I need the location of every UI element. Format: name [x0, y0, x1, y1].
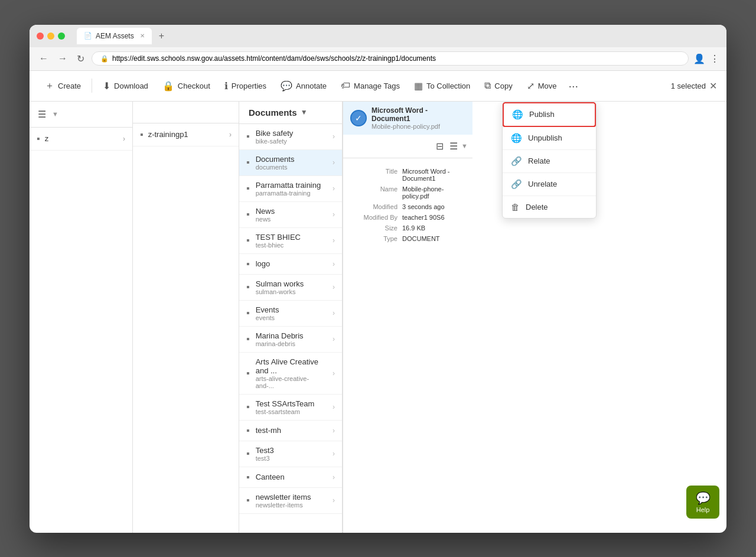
folder-arrow-icon: ›	[333, 184, 335, 193]
folder-item[interactable]: ▪ Arts Alive Creative and ... arts-alive…	[239, 353, 342, 395]
folder-name: test-mh	[256, 426, 327, 435]
checkout-button[interactable]: 🔒 Checkout	[157, 77, 216, 95]
menu-icon[interactable]: ⋮	[710, 53, 719, 64]
forward-button[interactable]: →	[56, 52, 70, 65]
folder-item-text: Canteen	[256, 473, 327, 481]
folder-arrow-icon: ›	[333, 236, 335, 245]
meta-label: Modified By	[350, 214, 397, 221]
tab-favicon-icon: 📄	[84, 32, 92, 40]
manage-tags-icon: 🏷	[341, 80, 350, 91]
to-collection-button[interactable]: ▦ To Collection	[408, 77, 476, 95]
folder-name: Test3	[256, 446, 327, 455]
panel-chevron-icon: ▼	[301, 108, 308, 116]
folder-item[interactable]: ▪ Bike safety bike-safety ›	[239, 124, 342, 150]
folder-item-text: Events events	[256, 305, 327, 321]
folder-item[interactable]: ▪ Marina Debris marina-debris ›	[239, 327, 342, 353]
address-bar[interactable]: 🔒 https://edit.sws.schools.nsw.gov.au/as…	[92, 51, 689, 66]
delete-icon: 🗑	[511, 202, 520, 212]
folder-item[interactable]: ▪ TEST BHIEC test-bhiec ›	[239, 228, 342, 254]
meta-label: Type	[350, 235, 397, 242]
folder-item[interactable]: ▪ newsletter items newsletter-items ›	[239, 488, 342, 514]
reload-button[interactable]: ↻	[74, 52, 87, 66]
folder-icon: ▪	[140, 129, 144, 140]
folder-slug: parramatta-training	[256, 190, 327, 197]
sidebar-toggle-button[interactable]: ☰	[35, 106, 48, 122]
folder-item[interactable]: ▪ Documents documents ›	[239, 150, 342, 176]
breadcrumb-item-ztp[interactable]: ▪ z-trainingp1 ›	[133, 123, 239, 146]
folder-name: Bike safety	[256, 129, 327, 138]
folder-item[interactable]: ▪ Events events ›	[239, 301, 342, 327]
folder-item[interactable]: ▪ Canteen ›	[239, 467, 342, 488]
folder-item-text: News news	[256, 207, 327, 223]
account-icon[interactable]: 👤	[693, 53, 705, 64]
folder-arrow-icon: ›	[333, 426, 335, 435]
meta-value: Microsoft Word - Document1	[402, 168, 465, 182]
list-view-button[interactable]: ☰	[447, 138, 460, 154]
selected-badge: 1 selected ✕	[671, 80, 717, 92]
folder-item[interactable]: ▪ News news ›	[239, 202, 342, 228]
manage-tags-button[interactable]: 🏷 Manage Tags	[335, 77, 406, 95]
move-button[interactable]: ⤢ Move	[521, 77, 563, 95]
folder-item[interactable]: ▪ Test3 test3 ›	[239, 441, 342, 467]
folder-item[interactable]: ▪ Parramatta training parramatta-trainin…	[239, 176, 342, 202]
lock-icon: 🔒	[100, 55, 109, 63]
meta-label: Modified	[350, 203, 397, 210]
annotate-button[interactable]: 💬 Annotate	[275, 77, 333, 95]
folder-arrow-icon: ›	[333, 283, 335, 291]
properties-button[interactable]: ℹ Properties	[219, 77, 272, 95]
folder-slug: arts-alive-creative-and-...	[256, 375, 327, 389]
unrelate-menu-item[interactable]: 🔗 Unrelate	[503, 173, 596, 196]
folder-arrow-icon: ›	[333, 210, 335, 219]
folder-arrow-icon: ›	[333, 158, 335, 167]
help-button[interactable]: 💬 Help	[686, 486, 719, 519]
relate-menu-item[interactable]: 🔗 Relate	[503, 150, 596, 173]
unpublish-menu-item[interactable]: 🌐 Unpublish	[503, 127, 596, 150]
folder-item-text: test-mh	[256, 426, 327, 435]
copy-button[interactable]: ⧉ Copy	[478, 77, 518, 95]
properties-icon: ℹ	[224, 80, 228, 92]
new-tab-button[interactable]: +	[159, 31, 164, 41]
close-button[interactable]	[37, 32, 44, 40]
folder-slug: newsletter-items	[256, 501, 327, 509]
folder-item-text: Test SSArtsTeam test-ssartsteam	[256, 399, 327, 415]
browser-actions: 👤 ⋮	[693, 53, 719, 64]
folder-name: TEST BHIEC	[256, 233, 327, 242]
folder-item[interactable]: ▪ test-mh ›	[239, 421, 342, 441]
folder-item-text: Bike safety bike-safety	[256, 129, 327, 145]
folder-item[interactable]: ▪ Test SSArtsTeam test-ssartsteam ›	[239, 395, 342, 421]
folder-icon: ▪	[246, 157, 250, 168]
download-button[interactable]: ⬇ Download	[97, 77, 154, 95]
folder-name: Sulman works	[256, 279, 327, 288]
selected-file-item[interactable]: ✓ Microsoft Word - Document1 Mobile-phon…	[343, 102, 472, 135]
folder-slug: documents	[256, 164, 327, 171]
meta-value: 16.9 KB	[402, 224, 425, 232]
back-button[interactable]: ←	[37, 52, 51, 65]
folder-name: News	[256, 207, 327, 216]
folder-icon: ▪	[246, 425, 250, 436]
create-button[interactable]: ＋ Create	[39, 76, 87, 96]
browser-tab[interactable]: 📄 AEM Assets ✕	[77, 28, 152, 44]
more-actions-button[interactable]: ···	[565, 77, 582, 95]
column-view-button[interactable]: ⊟	[434, 138, 446, 154]
deselect-button[interactable]: ✕	[709, 80, 717, 92]
folder-icon: ▪	[246, 183, 250, 194]
tab-close-icon[interactable]: ✕	[140, 32, 145, 39]
folder-slug: test-bhiec	[256, 242, 327, 249]
folder-arrow-icon: ›	[333, 309, 335, 317]
folder-slug: test-ssartsteam	[256, 408, 327, 415]
meta-row: Size 16.9 KB	[350, 224, 465, 232]
minimize-button[interactable]	[47, 32, 54, 40]
maximize-button[interactable]	[58, 32, 65, 40]
folder-icon: ▪	[246, 235, 250, 246]
publish-menu-item[interactable]: 🌐 Publish	[503, 102, 596, 127]
folder-item[interactable]: ▪ logo ›	[239, 254, 342, 275]
folder-item[interactable]: ▪ Sulman works sulman-works ›	[239, 275, 342, 301]
documents-panel: Documents ▼ ▪ Bike safety bike-safety › …	[239, 102, 342, 533]
meta-row: Modified By teacher1 90S6	[350, 214, 465, 221]
delete-menu-item[interactable]: 🗑 Delete	[503, 196, 596, 218]
breadcrumb-item-z[interactable]: ▪ z ›	[30, 128, 132, 151]
traffic-lights	[37, 32, 65, 40]
folder-icon: ▪	[246, 308, 250, 318]
folder-slug: bike-safety	[256, 138, 327, 145]
unpublish-icon: 🌐	[511, 133, 522, 144]
